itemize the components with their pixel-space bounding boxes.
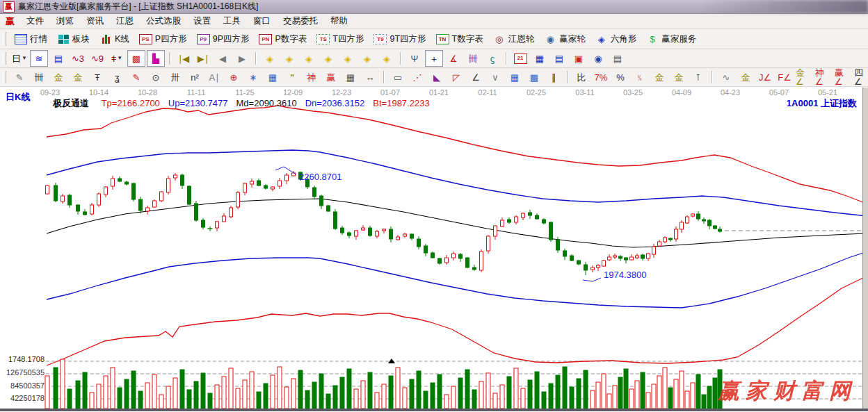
draw-stats-table[interactable]: 比 bbox=[572, 69, 590, 85]
draw-gold-ratio-time[interactable]: 金 bbox=[69, 69, 87, 85]
tool-diamond-left[interactable]: ◈ bbox=[261, 50, 279, 67]
toolbar-button-winner-service[interactable]: $赢家服务 bbox=[641, 31, 701, 47]
menu-item-news[interactable]: 资讯 bbox=[80, 14, 110, 28]
menu-item-browse[interactable]: 浏览 bbox=[50, 14, 80, 28]
draw-n-square[interactable]: n² bbox=[186, 69, 204, 85]
tool-nav-first[interactable]: ∣◀ bbox=[175, 50, 193, 67]
draw-gold-ratio-price[interactable]: 金 bbox=[49, 69, 67, 85]
chart-area[interactable]: 2260.87011974.3800 09-2310-1410-2811-111… bbox=[0, 87, 868, 411]
toolbar-button-winner-wheel[interactable]: ◉赢家轮 bbox=[539, 31, 590, 47]
draw-angle-f[interactable]: F∠ bbox=[775, 69, 794, 85]
draw-angle-j[interactable]: J∠ bbox=[756, 69, 774, 85]
tool-calendar[interactable]: 21 bbox=[511, 50, 529, 67]
menu-item-gann[interactable]: 江恩 bbox=[110, 14, 140, 28]
tool-diamond-compress[interactable]: ◈ bbox=[319, 50, 337, 67]
draw-wave-ab[interactable]: ∿ bbox=[717, 69, 735, 85]
draw-a-line[interactable]: A∣ bbox=[205, 69, 223, 85]
draw-angle-gold[interactable]: 金∠ bbox=[795, 69, 813, 85]
toolbar-button-quotes[interactable]: 行情 bbox=[10, 31, 52, 47]
tool-web-link[interactable]: ◉ bbox=[589, 50, 607, 67]
draw-quote-mark-tool[interactable]: ʹʹ bbox=[283, 69, 301, 85]
tool-nav-prev[interactable]: ◀ bbox=[214, 50, 232, 67]
toolbar-button-hexagon[interactable]: ◈六角形 bbox=[590, 31, 642, 47]
draw-v-lines[interactable]: ∨ bbox=[486, 69, 504, 85]
draw-grid-full[interactable]: ▦ bbox=[506, 69, 524, 85]
menu-item-formula-stock-pick[interactable]: 公式选股 bbox=[140, 14, 187, 28]
draw-gold-box[interactable]: 金 bbox=[737, 69, 755, 85]
draw-angle-ying[interactable]: 赢∠ bbox=[834, 69, 852, 85]
toolbar-button-p-square[interactable]: PSP四方形 bbox=[134, 31, 192, 47]
draw-gold-levels[interactable]: 金 bbox=[670, 69, 688, 85]
vertical-scrollbar[interactable] bbox=[862, 88, 868, 411]
draw-grid-box[interactable]: ▦ bbox=[264, 69, 282, 85]
draw-time-cycle[interactable]: ⊙ bbox=[147, 69, 165, 85]
toolbar-grip[interactable] bbox=[3, 71, 6, 83]
tool-step-line-3[interactable]: ∿3 bbox=[69, 50, 87, 67]
tool-gann-box-tool[interactable]: 卌 bbox=[464, 50, 482, 67]
tool-candle-style[interactable]: ǂ▼ bbox=[108, 50, 126, 67]
tool-crosshair[interactable]: ＋ bbox=[425, 50, 443, 67]
tool-pattern-box[interactable]: ▩ bbox=[127, 50, 145, 67]
menu-item-window[interactable]: 窗口 bbox=[247, 14, 277, 28]
menu-item-file[interactable]: 文件 bbox=[20, 14, 50, 28]
kline-chart-canvas[interactable]: 2260.87011974.3800 bbox=[0, 88, 868, 411]
draw-shen-tool[interactable]: 神 bbox=[303, 69, 321, 85]
draw-spiral-tool[interactable]: ʓ bbox=[108, 69, 126, 85]
draw-red-pencil[interactable]: ✎ bbox=[127, 69, 145, 85]
menu-item-help[interactable]: 帮助 bbox=[324, 14, 354, 28]
tool-print[interactable]: ▤ bbox=[609, 50, 627, 67]
draw-ruler-123[interactable]: ▦ bbox=[341, 69, 360, 85]
draw-fan-purple[interactable]: ◣ bbox=[428, 69, 446, 85]
draw-angle-si[interactable]: 四∠ bbox=[853, 69, 868, 85]
draw-fan-box[interactable]: ◸ bbox=[447, 69, 465, 85]
tool-nav-next[interactable]: ▶ bbox=[233, 50, 251, 67]
draw-ying-tool[interactable]: 赢 bbox=[322, 69, 340, 85]
tool-nav-last[interactable]: ▶∣ bbox=[194, 50, 212, 67]
tool-diamond-expand[interactable]: ◈ bbox=[339, 50, 357, 67]
draw-percent-levels[interactable]: ﹪ bbox=[631, 69, 649, 85]
tool-zoom-area[interactable]: ≋ bbox=[30, 50, 48, 67]
toolbar-button-9t-square[interactable]: T99T四方形 bbox=[369, 31, 431, 47]
toolbar-grip[interactable] bbox=[3, 52, 6, 65]
tool-diamond-hspan[interactable]: ◈ bbox=[300, 50, 318, 67]
toolbar-grip[interactable] bbox=[3, 32, 6, 46]
tool-diamond-left-end[interactable]: ◈ bbox=[358, 50, 376, 67]
draw-fibo-f-tool[interactable]: Ŧ bbox=[88, 69, 106, 85]
draw-percent[interactable]: % bbox=[611, 69, 629, 85]
tool-report-doc[interactable]: ▤ bbox=[550, 50, 568, 67]
tool-step-line-9[interactable]: ∿9 bbox=[88, 50, 106, 67]
tool-pan-hand[interactable]: Ψ bbox=[405, 50, 424, 67]
menu-item-trade-order[interactable]: 交易委托 bbox=[277, 14, 324, 28]
draw-parallel-lines[interactable]: ∥ bbox=[545, 69, 563, 85]
draw-percent-7[interactable]: 7% bbox=[592, 69, 610, 85]
draw-gann-time-lines[interactable]: 卌 bbox=[30, 69, 48, 85]
tool-save[interactable]: ▣ bbox=[570, 50, 588, 67]
tool-f10-info[interactable]: ▤ bbox=[49, 50, 67, 67]
toolbar-button-gann-wheel[interactable]: ◎江恩轮 bbox=[488, 31, 540, 47]
menu-item-tools[interactable]: 工具 bbox=[217, 14, 247, 28]
draw-star-grid[interactable]: ∗ bbox=[244, 69, 262, 85]
tool-angle-measure[interactable]: ∡ bbox=[444, 50, 463, 67]
toolbar-button-9p-square[interactable]: P99P四方形 bbox=[192, 31, 255, 47]
draw-angle-shen[interactable]: 神∠ bbox=[814, 69, 833, 85]
tool-period-daily[interactable]: 日▼ bbox=[10, 50, 29, 67]
toolbar-button-p-number-table[interactable]: PNP数字表 bbox=[254, 31, 312, 47]
tool-calculator[interactable]: ▦ bbox=[531, 50, 549, 67]
draw-angle-lines[interactable]: ∠ bbox=[467, 69, 485, 85]
tool-wave-tool[interactable]: ϛ bbox=[483, 50, 501, 67]
tool-diamond-all[interactable]: ◈ bbox=[378, 50, 396, 67]
draw-circle-cross[interactable]: ⊕ bbox=[225, 69, 243, 85]
tool-volume-profile[interactable]: ▙ bbox=[147, 50, 165, 67]
draw-time-ruler[interactable]: 卅 bbox=[166, 69, 184, 85]
draw-rect-tool[interactable]: ▭ bbox=[389, 69, 407, 85]
toolbar-button-sectors[interactable]: 板块 bbox=[52, 31, 95, 47]
draw-draw-pencil[interactable]: ✎ bbox=[10, 69, 29, 85]
toolbar-button-t-square[interactable]: TST四方形 bbox=[312, 31, 369, 47]
draw-ruler-pencil[interactable]: ⊺ bbox=[689, 69, 707, 85]
tool-diamond-right[interactable]: ◈ bbox=[280, 50, 298, 67]
toolbar-button-t-number-table[interactable]: TNT数字表 bbox=[431, 31, 488, 47]
draw-gold-circle[interactable]: 金 bbox=[650, 69, 668, 85]
toolbar-button-kline[interactable]: K线 bbox=[95, 31, 134, 47]
draw-fan-red[interactable]: ⋰ bbox=[408, 69, 426, 85]
menu-item-settings[interactable]: 设置 bbox=[187, 14, 217, 28]
